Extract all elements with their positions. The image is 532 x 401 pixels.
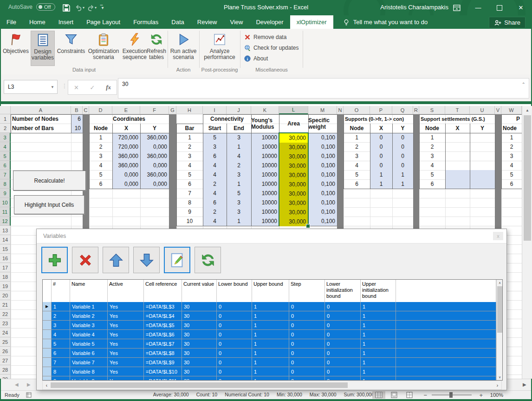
execution-sequence-button[interactable]: Execution sequence [121, 31, 149, 66]
row-cell[interactable]: 30 [182, 376, 217, 381]
column-header-U[interactable]: U [470, 106, 495, 114]
row-cell[interactable]: 1 [252, 376, 289, 381]
cell-F8[interactable]: 0,000 [140, 179, 169, 189]
constraints-button[interactable]: Constraints [56, 31, 86, 66]
row-cell[interactable]: 9 [52, 376, 70, 381]
normal-view-button[interactable] [372, 391, 385, 399]
row-cell-filler[interactable] [396, 348, 496, 358]
cell-H11[interactable]: 9 [176, 207, 203, 217]
cell-K10[interactable]: 10000 [251, 198, 279, 207]
cell-O6[interactable]: 4 [344, 161, 370, 170]
row-cell[interactable]: Variable 1 [70, 302, 108, 311]
zoom-in-icon[interactable]: + [479, 392, 483, 399]
fill-handle[interactable] [306, 224, 310, 228]
row-cell[interactable]: 0 [289, 339, 325, 348]
cell-H4[interactable]: 2 [176, 142, 203, 151]
cell-J11[interactable]: 3 [227, 207, 251, 217]
row-cell[interactable]: Yes [108, 321, 144, 330]
cell-T6[interactable] [445, 161, 470, 170]
analyze-performance-button[interactable]: Analyze performance [203, 31, 236, 66]
row-cell-filler[interactable] [396, 376, 496, 381]
cell-F6[interactable]: 0,000 [140, 161, 169, 170]
row-marker[interactable] [43, 348, 52, 358]
row-cell[interactable]: 0 [217, 321, 252, 330]
cell-S5[interactable]: 3 [419, 151, 445, 161]
cell-M8[interactable]: 0,100 [308, 179, 337, 189]
row-cell[interactable]: =DATA!$L$4 [144, 311, 182, 321]
row-header-3[interactable]: 3 [0, 133, 11, 142]
row-cell[interactable]: 0 [289, 321, 325, 330]
row-cell[interactable]: =DATA!$L$5 [144, 321, 182, 330]
move-down-button[interactable] [133, 247, 160, 273]
table-row[interactable]: ▶1Variable 1Yes=DATA!$L$33001001 [43, 302, 502, 311]
row-cell[interactable]: 1 [361, 311, 396, 321]
edit-button[interactable] [164, 247, 190, 273]
cell-Q7[interactable]: 1 [392, 170, 413, 179]
bar-header[interactable]: Bar [176, 124, 203, 133]
cell-I9[interactable]: 4 [203, 189, 227, 198]
cell-D7[interactable]: 5 [89, 170, 112, 179]
cell-T4[interactable] [445, 142, 470, 151]
page-layout-view-button[interactable] [388, 391, 401, 399]
column-header-R[interactable]: R [413, 106, 419, 114]
selected-range[interactable]: 30,00030,00030,00030,00030,00030,00030,0… [279, 132, 309, 226]
cell-J10[interactable]: 3 [227, 198, 251, 207]
row-header-5[interactable]: 5 [0, 151, 11, 161]
cell-K6[interactable]: 10000 [251, 161, 279, 170]
row-header-6[interactable]: 6 [0, 161, 11, 170]
cell-I4[interactable]: 3 [203, 142, 227, 151]
supports-title[interactable]: Supports (0->fr, 1-> con) [344, 114, 413, 124]
row-marker[interactable]: ▶ [43, 302, 52, 311]
cell-E8[interactable]: 0,000 [112, 179, 140, 189]
row-cell[interactable]: Variable 5 [70, 339, 108, 348]
row-cell[interactable]: 0 [289, 302, 325, 311]
row-cell[interactable]: 30 [182, 302, 217, 311]
row-cell-filler[interactable] [396, 330, 496, 339]
table-row[interactable]: 6Variable 6Yes=DATA!$L$83001001 [43, 348, 502, 358]
cell-M6[interactable]: 0,100 [308, 161, 337, 170]
name-box[interactable]: L3▼ [4, 80, 58, 94]
design-variables-button[interactable]: Design variables [31, 31, 55, 66]
cell-Q4[interactable]: 0 [392, 142, 413, 151]
row-cell[interactable]: Yes [108, 367, 144, 376]
hscroll-thumb[interactable] [51, 382, 348, 388]
row-marker[interactable] [43, 339, 52, 348]
column-header-P[interactable]: P [370, 106, 392, 114]
row-cell[interactable]: 0 [325, 358, 361, 367]
tab-xloptimizer[interactable]: xlOptimizer [290, 15, 333, 29]
variables-table[interactable]: #NameActiveCell referenceCurrent valueLo… [42, 279, 503, 381]
tab-data[interactable]: Data [165, 15, 190, 29]
refresh-tables-button[interactable]: Refresh tables [146, 31, 167, 66]
hscroll-left-icon[interactable]: ‹ [43, 381, 51, 389]
confirm-entry-icon[interactable]: ✓ [90, 84, 95, 91]
start-header[interactable]: Start [203, 124, 227, 133]
cell-W5[interactable]: 3 [501, 151, 522, 161]
share-button[interactable]: Share [489, 17, 526, 28]
row-cell[interactable]: Yes [108, 339, 144, 348]
cell-P6[interactable]: 0 [370, 161, 392, 170]
cell-O8[interactable]: 6 [344, 179, 370, 189]
sheet-next-icon[interactable]: ▶ [27, 382, 31, 387]
table-row[interactable]: 7Variable 7Yes=DATA!$L$93001001 [43, 358, 502, 367]
cell-L3[interactable]: 30,000 [279, 133, 308, 143]
row-cell[interactable]: =DATA!$L$11 [144, 376, 182, 381]
cell-Q6[interactable]: 0 [392, 161, 413, 170]
vscroll-down-icon[interactable]: ∨ [497, 374, 503, 380]
cell-H3[interactable]: 1 [176, 133, 203, 142]
row-header-17[interactable]: 17 [0, 263, 11, 272]
row-cell[interactable]: 1 [361, 376, 396, 381]
row-cell[interactable]: 30 [182, 339, 217, 348]
row-header-24[interactable]: 24 [0, 328, 11, 337]
row-cell[interactable]: =DATA!$L$3 [144, 302, 182, 311]
save-icon[interactable] [60, 2, 72, 14]
cell-I7[interactable]: 4 [203, 170, 227, 179]
row-header-16[interactable]: 16 [0, 254, 11, 263]
row-cell[interactable]: Variable 4 [70, 330, 108, 339]
close-button[interactable]: ✕ [511, 0, 531, 15]
cell-S6[interactable]: 4 [419, 161, 445, 170]
row-header-7[interactable]: 7 [0, 170, 11, 179]
name-box-dropdown-icon[interactable]: ▼ [51, 85, 54, 89]
cell-I6[interactable]: 4 [203, 161, 227, 170]
tab-developer[interactable]: Developer [249, 15, 290, 29]
check-for-updates-button[interactable]: Check for updates [244, 43, 298, 53]
